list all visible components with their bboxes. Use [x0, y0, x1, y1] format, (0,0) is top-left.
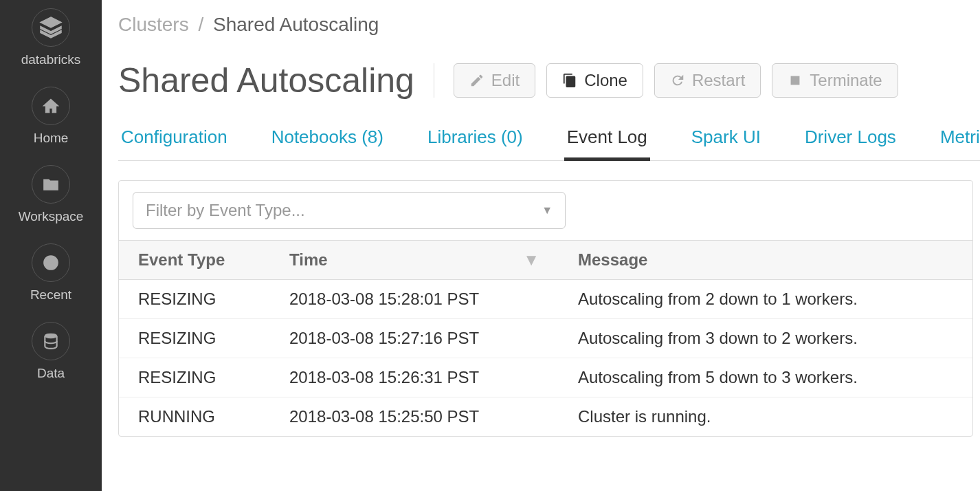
edit-icon [469, 73, 485, 88]
filter-row: Filter by Event Type... ▼ [119, 181, 972, 240]
cell-event-type: RESIZING [119, 280, 270, 319]
clone-icon [562, 73, 577, 88]
restart-button[interactable]: Restart [654, 63, 761, 98]
tab-configuration[interactable]: Configuration [118, 127, 230, 160]
terminate-button-label: Terminate [810, 71, 882, 90]
cell-time: 2018-03-08 15:25:50 PST [270, 397, 559, 437]
table-row[interactable]: RESIZING 2018-03-08 15:26:31 PST Autosca… [119, 358, 972, 397]
databricks-icon [32, 8, 70, 47]
clone-button[interactable]: Clone [546, 63, 643, 98]
event-log-table: Event Type Time ▼ Message RESIZING 2018-… [119, 240, 972, 436]
cell-message: Autoscaling from 3 down to 2 workers. [559, 319, 972, 358]
breadcrumb: Clusters / Shared Autoscaling [118, 14, 980, 36]
tab-metrics[interactable]: Metrics [937, 127, 980, 160]
sidebar-item-workspace[interactable]: Workspace [19, 165, 84, 224]
table-row[interactable]: RUNNING 2018-03-08 15:25:50 PST Cluster … [119, 397, 972, 437]
restart-button-label: Restart [692, 71, 745, 90]
edit-button[interactable]: Edit [454, 63, 535, 98]
clock-icon [32, 243, 70, 282]
breadcrumb-parent[interactable]: Clusters [118, 14, 189, 35]
cell-message: Cluster is running. [559, 397, 972, 437]
event-log-panel: Filter by Event Type... ▼ Event Type Tim… [118, 180, 973, 437]
sidebar-item-label: Home [34, 131, 69, 146]
tabs: Configuration Notebooks (8) Libraries (0… [118, 127, 980, 161]
tab-event-log[interactable]: Event Log [564, 127, 650, 160]
col-header-time[interactable]: Time ▼ [270, 241, 559, 280]
sidebar-item-data[interactable]: Data [32, 322, 70, 381]
table-row[interactable]: RESIZING 2018-03-08 15:28:01 PST Autosca… [119, 280, 972, 319]
page-title: Shared Autoscaling [118, 61, 414, 100]
chevron-down-icon: ▼ [542, 204, 553, 217]
cell-message: Autoscaling from 5 down to 3 workers. [559, 358, 972, 397]
filter-placeholder: Filter by Event Type... [146, 201, 305, 220]
folder-icon [32, 165, 70, 204]
sidebar-item-recent[interactable]: Recent [30, 243, 71, 303]
tab-spark-ui[interactable]: Spark UI [689, 127, 764, 160]
table-header-row: Event Type Time ▼ Message [119, 241, 972, 280]
restart-icon [670, 73, 685, 88]
col-header-time-label: Time [289, 250, 328, 269]
stop-icon [788, 73, 803, 88]
title-row: Shared Autoscaling Edit Clone Restart T [118, 61, 980, 100]
cell-event-type: RUNNING [119, 397, 270, 437]
cell-event-type: RESIZING [119, 319, 270, 358]
cell-time: 2018-03-08 15:26:31 PST [270, 358, 559, 397]
brand-label: databricks [21, 52, 81, 67]
col-header-event-type[interactable]: Event Type [119, 241, 270, 280]
home-icon [32, 87, 70, 125]
cell-message: Autoscaling from 2 down to 1 workers. [559, 280, 972, 319]
breadcrumb-current: Shared Autoscaling [213, 14, 379, 35]
action-bar: Edit Clone Restart Terminate [454, 63, 898, 98]
sidebar-item-label: Data [37, 366, 65, 381]
terminate-button[interactable]: Terminate [772, 63, 898, 98]
cell-time: 2018-03-08 15:28:01 PST [270, 280, 559, 319]
main-content: Clusters / Shared Autoscaling Shared Aut… [102, 0, 980, 491]
brand-logo[interactable]: databricks [21, 8, 81, 67]
event-type-filter[interactable]: Filter by Event Type... ▼ [133, 192, 566, 229]
breadcrumb-separator: / [198, 14, 203, 35]
edit-button-label: Edit [491, 71, 520, 90]
tab-libraries[interactable]: Libraries (0) [425, 127, 526, 160]
cell-event-type: RESIZING [119, 358, 270, 397]
svg-point-1 [45, 334, 56, 338]
tab-driver-logs[interactable]: Driver Logs [802, 127, 899, 160]
tab-notebooks[interactable]: Notebooks (8) [269, 127, 386, 160]
col-header-message[interactable]: Message [559, 241, 972, 280]
sort-desc-icon: ▼ [523, 250, 539, 270]
cell-time: 2018-03-08 15:27:16 PST [270, 319, 559, 358]
svg-rect-2 [791, 76, 800, 85]
clone-button-label: Clone [584, 71, 627, 90]
sidebar-item-label: Recent [30, 287, 71, 303]
database-icon [32, 322, 70, 360]
title-divider [434, 63, 434, 98]
sidebar-item-home[interactable]: Home [32, 87, 70, 146]
sidebar: databricks Home Workspace Recent Data [0, 0, 102, 491]
sidebar-item-label: Workspace [19, 209, 84, 224]
table-row[interactable]: RESIZING 2018-03-08 15:27:16 PST Autosca… [119, 319, 972, 358]
